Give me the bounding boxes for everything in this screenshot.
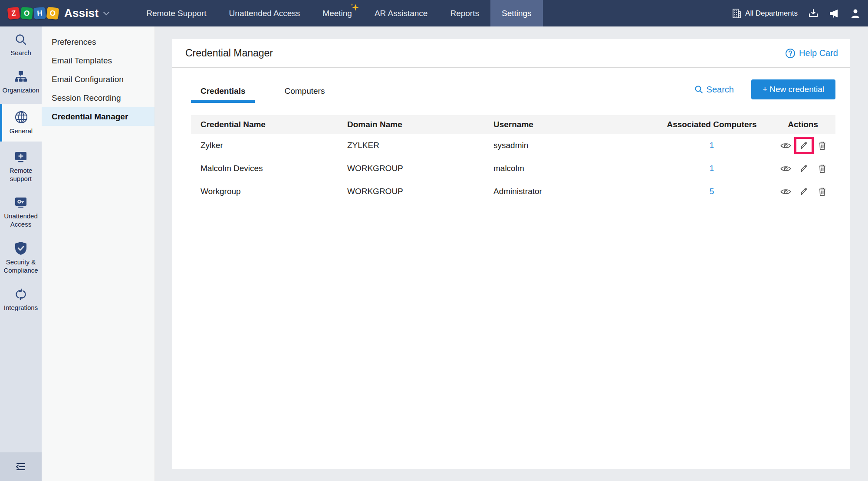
top-navigation: Z O H O Assist Remote Support Unattended… <box>0 0 868 26</box>
search-icon <box>694 85 703 94</box>
view-password-button[interactable] <box>777 142 795 149</box>
collapse-sidebar-button[interactable] <box>0 452 42 481</box>
card-content: Credentials Computers Search + New crede… <box>172 68 850 203</box>
megaphone-icon[interactable] <box>829 8 840 19</box>
view-password-button[interactable] <box>777 188 795 195</box>
delete-credential-button[interactable] <box>813 164 831 173</box>
zoho-logo-letter: H <box>33 7 46 20</box>
sync-arrows-icon <box>13 288 28 301</box>
department-label: All Departments <box>745 9 798 18</box>
menu-item-email-configuration[interactable]: Email Configuration <box>42 70 155 89</box>
associated-computers-link[interactable]: 1 <box>710 141 714 150</box>
credential-name-cell: Workgroup <box>191 187 338 196</box>
table-row: Workgroup WORKGROUP Administrator 5 <box>191 180 835 203</box>
credentials-table: Credential Name Domain Name Username Ass… <box>191 115 835 203</box>
zoho-logo: Z O H O <box>8 7 59 19</box>
shield-check-icon <box>14 241 27 255</box>
username-cell: Administrator <box>484 187 647 196</box>
tabs: Credentials Computers <box>191 83 334 103</box>
zoho-logo-letter: O <box>20 7 33 20</box>
delete-credential-button[interactable] <box>813 187 831 196</box>
actions-cell <box>777 137 835 154</box>
column-header-domain-name: Domain Name <box>338 120 484 129</box>
associated-computers-link[interactable]: 5 <box>710 187 714 196</box>
column-header-associated-computers: Associated Computers <box>647 120 777 129</box>
question-circle-icon <box>785 48 796 59</box>
zoho-assist-brand[interactable]: Z O H O Assist <box>0 0 110 26</box>
actions-cell <box>777 187 835 196</box>
table-row: Malcolm Devices WORKGROUP malcolm 1 <box>191 157 835 180</box>
menu-item-email-templates[interactable]: Email Templates <box>42 51 155 70</box>
edit-credential-button-highlighted[interactable] <box>795 137 814 154</box>
edit-credential-button[interactable] <box>795 188 813 195</box>
menu-item-credential-manager[interactable]: Credential Manager <box>42 107 155 126</box>
menu-item-preferences[interactable]: Preferences <box>42 33 155 51</box>
search-icon <box>14 33 27 46</box>
tab-credentials[interactable]: Credentials <box>191 83 255 103</box>
screen-key-icon <box>14 196 28 209</box>
globe-icon <box>14 110 28 124</box>
primary-nav: Remote Support Unattended Access Meeting… <box>135 0 542 26</box>
search-label: Search <box>707 85 734 95</box>
rail-item-integrations[interactable]: Integrations <box>0 281 42 319</box>
settings-menu-panel: Preferences Email Templates Email Config… <box>42 26 155 481</box>
table-row: Zylker ZYLKER sysadmin 1 <box>191 134 835 157</box>
help-card-label: Help Card <box>799 48 838 58</box>
nav-item-unattended-access[interactable]: Unattended Access <box>218 0 312 26</box>
actions-cell <box>777 164 835 173</box>
nav-right-controls: All Departments <box>732 0 868 26</box>
settings-category-rail: Search Organization General <box>0 26 42 481</box>
building-icon <box>732 8 741 19</box>
associated-computers-link[interactable]: 1 <box>710 164 714 173</box>
sparkle-icon <box>349 3 361 13</box>
user-icon[interactable] <box>851 8 860 19</box>
credential-name-cell: Zylker <box>191 141 338 150</box>
credential-manager-card: Credential Manager Help Card Credentials… <box>172 39 850 469</box>
toolbar: Search + New credential <box>694 79 835 103</box>
rail-item-organization[interactable]: Organization <box>0 64 42 101</box>
org-chart-icon <box>14 70 28 83</box>
page-title: Credential Manager <box>185 47 273 59</box>
collapse-panel-icon <box>15 462 26 471</box>
nav-item-ar-assistance[interactable]: AR Assistance <box>363 0 439 26</box>
product-name: Assist <box>64 7 99 20</box>
column-header-credential-name: Credential Name <box>191 120 338 129</box>
highlight-box <box>794 137 814 154</box>
download-icon[interactable] <box>808 8 819 19</box>
rail-item-remote-support[interactable]: Remote support <box>0 144 42 190</box>
username-cell: malcolm <box>484 164 647 173</box>
nav-item-meeting[interactable]: Meeting <box>311 0 363 26</box>
username-cell: sysadmin <box>484 141 647 150</box>
view-password-button[interactable] <box>777 165 795 172</box>
tab-computers[interactable]: Computers <box>275 83 334 103</box>
credential-name-cell: Malcolm Devices <box>191 164 338 173</box>
rail-item-general[interactable]: General <box>0 104 42 142</box>
delete-credential-button[interactable] <box>814 141 832 150</box>
tabs-row: Credentials Computers Search + New crede… <box>191 79 835 103</box>
edit-credential-button[interactable] <box>795 165 813 172</box>
menu-item-session-recording[interactable]: Session Recording <box>42 89 155 107</box>
nav-item-remote-support[interactable]: Remote Support <box>135 0 217 26</box>
chevron-down-icon[interactable] <box>103 11 110 16</box>
column-header-actions: Actions <box>777 120 835 129</box>
department-selector[interactable]: All Departments <box>732 8 798 19</box>
screen-plus-icon <box>14 151 28 164</box>
zoho-logo-letter: O <box>46 7 59 20</box>
new-credential-button[interactable]: + New credential <box>751 79 835 99</box>
domain-name-cell: ZYLKER <box>338 141 484 150</box>
rail-item-security-compliance[interactable]: Security & Compliance <box>0 235 42 281</box>
zoho-logo-letter: Z <box>7 7 20 20</box>
nav-item-reports[interactable]: Reports <box>439 0 490 26</box>
rail-item-search[interactable]: Search <box>0 26 42 64</box>
domain-name-cell: WORKGROUP <box>338 187 484 196</box>
help-card-link[interactable]: Help Card <box>785 48 838 59</box>
nav-item-settings[interactable]: Settings <box>490 0 543 26</box>
main-area: Credential Manager Help Card Credentials… <box>155 26 868 481</box>
table-header-row: Credential Name Domain Name Username Ass… <box>191 115 835 134</box>
search-link[interactable]: Search <box>694 85 734 95</box>
column-header-username: Username <box>484 120 647 129</box>
rail-item-unattended-access[interactable]: Unattended Access <box>0 190 42 235</box>
card-header: Credential Manager Help Card <box>172 39 850 68</box>
domain-name-cell: WORKGROUP <box>338 164 484 173</box>
